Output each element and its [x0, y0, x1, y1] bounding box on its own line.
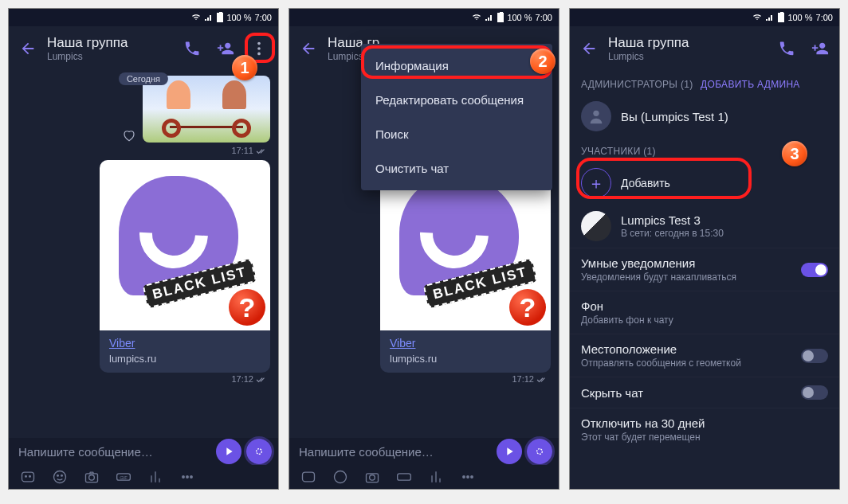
date-chip: Сегодня	[119, 72, 168, 85]
menu-item-edit-messages[interactable]: Редактировать сообщения	[361, 83, 552, 117]
composer-toolbar: GIF	[9, 465, 278, 489]
signal-icon	[765, 13, 775, 22]
back-button[interactable]	[14, 34, 42, 63]
setting-smart-notifications[interactable]: Умные уведомления Уведомления будут нака…	[570, 248, 839, 291]
svg-point-7	[54, 471, 66, 483]
svg-point-0	[257, 42, 261, 45]
screen-2-menu: 100 % 7:00 Наша гр Lumpics 17:11 BLACK L…	[289, 8, 559, 490]
clock: 7:00	[536, 13, 552, 22]
chat-subtitle: Lumpics	[608, 51, 768, 62]
battery-pct: 100 %	[507, 13, 532, 22]
menu-item-info[interactable]: Информация	[361, 49, 552, 83]
chat-body: 17:11 BLACK LIST ? Viber lumpics.ru	[9, 71, 278, 443]
info-header: Наша группа Lumpics	[570, 26, 839, 71]
svg-point-19	[335, 471, 347, 483]
toggle-location[interactable]	[801, 349, 828, 363]
battery-icon	[217, 13, 223, 22]
camera-icon[interactable]	[364, 469, 380, 485]
message-time-2: 17:12	[17, 374, 267, 384]
link-preview-image: BLACK LIST ?	[100, 160, 270, 330]
member-name: Lumpics Test 3	[621, 213, 724, 227]
sticker-image[interactable]	[143, 76, 270, 143]
clock: 7:00	[255, 13, 272, 22]
setting-hide-chat[interactable]: Скрыть чат	[570, 377, 839, 408]
svg-point-23	[463, 476, 465, 479]
camera-icon[interactable]	[84, 469, 100, 485]
like-icon[interactable]	[122, 128, 136, 143]
link-site: lumpics.ru	[109, 353, 261, 365]
setting-location[interactable]: Местоположение Отправлять сообщения с ге…	[570, 334, 839, 377]
question-mark-badge: ?	[229, 289, 265, 326]
member-status: В сети: сегодня в 15:30	[621, 228, 724, 239]
svg-point-21	[370, 475, 375, 481]
status-bar: 100 % 7:00	[9, 9, 278, 26]
send-button[interactable]	[246, 439, 272, 464]
more-icon[interactable]	[179, 469, 195, 485]
overflow-menu: Информация Редактировать сообщения Поиск…	[361, 44, 552, 190]
add-admin-link[interactable]: ДОБАВИТЬ АДМИНА	[701, 79, 800, 90]
add-member-row[interactable]: ＋ Добавить	[570, 162, 839, 205]
gif-icon[interactable]: GIF	[116, 469, 132, 485]
info-body: АДМИНИСТРАТОРЫ (1) ДОБАВИТЬ АДМИНА Вы (L…	[570, 71, 839, 489]
signal-icon	[485, 13, 494, 22]
chat-subtitle: Lumpics	[47, 51, 173, 62]
battery-icon	[778, 13, 784, 22]
setting-mute-30d[interactable]: Отключить на 30 дней Этот чат будет пере…	[570, 408, 839, 451]
toggle-hide-chat[interactable]	[801, 385, 828, 400]
chat-title[interactable]: Наша группа	[47, 35, 173, 51]
avatar	[581, 211, 611, 241]
step-badge-2: 2	[530, 49, 556, 74]
message-input[interactable]: Напишите сообщение…	[299, 445, 497, 459]
screen-3-info: 100 % 7:00 Наша группа Lumpics АДМИНИСТР…	[569, 8, 840, 490]
plus-icon: ＋	[581, 168, 611, 198]
svg-point-25	[471, 476, 473, 479]
member-row[interactable]: Lumpics Test 3 В сети: сегодня в 15:30	[570, 205, 839, 248]
emoji-icon[interactable]	[332, 469, 348, 485]
emoji-icon[interactable]	[52, 469, 68, 485]
voice-button[interactable]	[497, 439, 522, 464]
message-input[interactable]: Напишите сообщение…	[18, 445, 216, 459]
composer-toolbar	[289, 465, 559, 489]
voice-button[interactable]	[216, 439, 241, 464]
call-button[interactable]	[178, 34, 206, 63]
gif-icon[interactable]	[396, 469, 412, 485]
send-button[interactable]	[527, 439, 552, 464]
menu-item-search[interactable]: Поиск	[361, 117, 552, 151]
svg-point-9	[61, 475, 63, 477]
setting-background[interactable]: Фон Добавить фон к чату	[570, 291, 839, 334]
avatar-placeholder-icon	[581, 101, 611, 131]
sticker-icon[interactable]	[20, 469, 36, 485]
svg-point-8	[57, 475, 59, 477]
toggle-smart-notifications[interactable]	[801, 263, 828, 277]
link-site: lumpics.ru	[390, 353, 541, 365]
admin-row-you[interactable]: Вы (Lumpics Test 1)	[570, 95, 839, 138]
link-preview-card[interactable]: BLACK LIST ? Viber lumpics.ru	[380, 160, 551, 373]
wifi-icon	[191, 13, 201, 22]
add-member-label: Добавить	[621, 177, 670, 189]
link-title[interactable]: Viber	[109, 337, 135, 350]
call-button[interactable]	[772, 34, 801, 63]
screen-1-chat: 100 % 7:00 Наша группа Lumpics Сегодня	[8, 8, 279, 490]
poll-icon[interactable]	[428, 469, 444, 485]
add-participant-button[interactable]	[806, 34, 834, 63]
svg-point-26	[593, 111, 599, 116]
back-button[interactable]	[575, 34, 603, 63]
composer: Напишите сообщение…	[289, 438, 559, 465]
more-icon[interactable]	[460, 469, 476, 485]
admins-header: АДМИНИСТРАТОРЫ (1) ДОБАВИТЬ АДМИНА	[570, 71, 839, 95]
link-title[interactable]: Viber	[390, 337, 415, 350]
poll-icon[interactable]	[147, 469, 163, 485]
status-bar: 100 % 7:00	[570, 9, 839, 26]
svg-point-2	[257, 53, 261, 56]
sticker-message	[17, 76, 270, 143]
back-button[interactable]	[294, 34, 323, 63]
svg-point-16	[190, 476, 193, 479]
menu-item-clear-chat[interactable]: Очистить чат	[361, 151, 552, 186]
link-preview-card[interactable]: BLACK LIST ? Viber lumpics.ru	[100, 160, 270, 373]
svg-point-24	[467, 476, 469, 479]
svg-point-14	[183, 476, 185, 479]
sticker-icon[interactable]	[300, 469, 316, 485]
svg-text:GIF: GIF	[120, 475, 128, 480]
battery-icon	[497, 13, 504, 22]
step-badge-3: 3	[782, 141, 807, 166]
